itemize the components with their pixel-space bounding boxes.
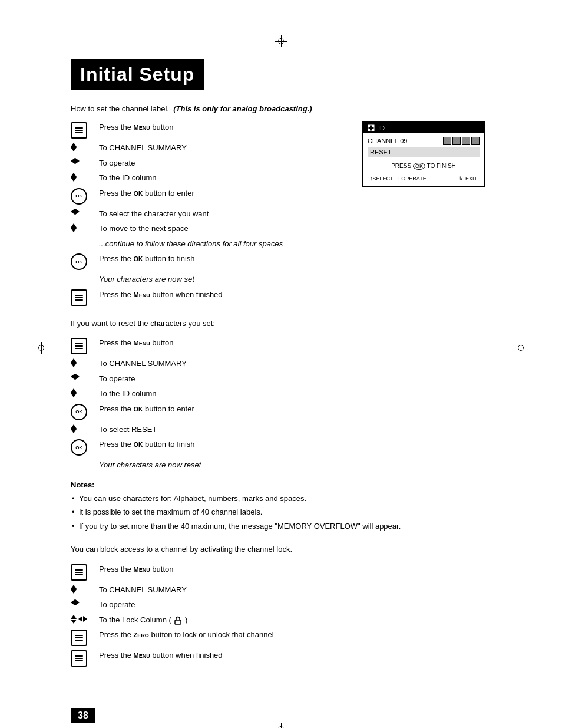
instr-row-6: To select the character you want	[71, 208, 348, 220]
menu-label-2: MENU	[134, 291, 150, 298]
s2-arrow-ud-3	[71, 424, 93, 433]
s2-instr-row-4: To the ID column	[71, 388, 491, 400]
s2-arrow-down-1	[71, 363, 77, 367]
s3-combined-arrows	[71, 614, 93, 624]
two-col-layout: Press the MENU button To CHANNEL SUMMARY	[71, 121, 491, 309]
instructions-col: Press the MENU button To CHANNEL SUMMARY	[71, 121, 348, 309]
tv-char-box-3	[462, 137, 470, 145]
instr-row-2: To CHANNEL SUMMARY	[71, 142, 348, 154]
tv-channel-name: CHANNEL 09	[368, 137, 441, 144]
main-content: Initial Setup How to set the channel lab…	[0, 0, 562, 728]
s2-instr-row-note: Your characters are now reset	[71, 459, 491, 471]
instr-row-5: OK Press the OK button to enter	[71, 187, 348, 205]
s2-arrows-ud-2	[71, 388, 77, 397]
section3-intro: You can block access to a channel by act…	[71, 543, 491, 555]
tv-channel-row: CHANNEL 09	[368, 137, 480, 145]
s3-arrow-up-1	[71, 585, 77, 589]
screen-header-text: ID	[378, 124, 385, 131]
crosshair-left	[35, 342, 47, 354]
s3-arrow-down-1	[71, 589, 77, 594]
page-num-container: 38	[71, 690, 491, 723]
arrow-ud-icon-1	[71, 142, 93, 151]
arrow-down-1	[71, 147, 77, 151]
instr-text-1: Press the MENU button	[99, 121, 348, 133]
continue-spacer	[71, 238, 93, 239]
s2-arrow-up-2	[71, 388, 77, 393]
svg-rect-3	[368, 129, 370, 131]
s3-instr-text-4: To the Lock Column ( )	[99, 614, 491, 626]
arrow-right-2	[75, 209, 80, 215]
instr-text-8: Press the OK button to finish	[99, 253, 348, 265]
s2-arrows-lr-1	[71, 374, 80, 380]
s2-arrows-ud-1	[71, 358, 77, 367]
notes-item-1: You can use characters for: Alphabet, nu…	[71, 493, 491, 505]
tv-char-box-1	[443, 137, 451, 145]
s3-arrow-down-2	[71, 620, 77, 624]
s2-arrow-ud-1	[71, 358, 93, 367]
arrow-left-1	[71, 158, 75, 164]
tv-reset-row: RESET	[368, 147, 480, 157]
section1-intro-italic: (This is only for analog broadcasting.)	[173, 104, 312, 113]
s3-arrow-right-2	[83, 616, 87, 622]
section1-intro: How to set the channel label. (This is o…	[71, 104, 491, 113]
s2-instr-text-3: To operate	[99, 373, 491, 385]
instr-row-8: OK Press the OK button to finish	[71, 253, 348, 270]
s2-ok-btn-1: OK	[71, 404, 87, 420]
ok-icon-1: OK	[71, 187, 93, 205]
note-spacer-1	[71, 274, 93, 274]
s3-instr-row-5: Press the ZERO button to lock or unlock …	[71, 629, 491, 646]
s3-instr-row-6: Press the MENU button when finished	[71, 650, 491, 667]
s2-arrows-ud-3	[71, 424, 77, 433]
arrow-ud-icon-2	[71, 172, 93, 182]
page-title: Initial Setup	[71, 59, 204, 90]
s3-instr-text-2: To CHANNEL SUMMARY	[99, 584, 491, 596]
instr-text-7: To move to the next space	[99, 223, 348, 235]
crosshair-top	[275, 35, 287, 47]
arrow-lr-icon-1	[71, 157, 93, 164]
lock-icon	[173, 615, 183, 625]
notes-item-3-text: If you try to set more than the 40 maxim…	[79, 522, 401, 531]
s2-menu-btn-1	[71, 338, 87, 354]
s2-instr-text-7: Press the OK button to finish	[99, 439, 491, 450]
instr-row-4: To the ID column	[71, 172, 348, 184]
ok-circle-screen: OK	[413, 163, 425, 170]
s3-menu-icon-2	[71, 650, 93, 667]
section3-intro-text: You can block access to a channel by act…	[71, 545, 292, 554]
s3-instr-row-4: To the Lock Column ( )	[71, 614, 491, 626]
ok-label-1: OK	[134, 190, 143, 197]
s3-arrows-lr-1	[71, 599, 80, 605]
s2-arrow-right-1	[75, 374, 80, 380]
instr-row-continue: ...continue to follow these directions f…	[71, 238, 348, 250]
arrows-lr-2	[71, 209, 80, 215]
section2-intro: If you want to reset the characters you …	[71, 318, 491, 330]
s2-arrow-up-1	[71, 358, 77, 363]
s3-menu-btn-2	[71, 650, 87, 667]
tv-char-box-2	[452, 137, 461, 145]
s2-instr-row-2: To CHANNEL SUMMARY	[71, 358, 491, 370]
s2-instr-text-4: To the ID column	[99, 388, 491, 400]
s2-arrow-left-1	[71, 374, 75, 380]
arrow-up-2	[71, 173, 77, 177]
notes-title: Notes:	[71, 480, 491, 489]
menu-icon-1	[71, 121, 93, 139]
tv-reset-label: RESET	[370, 149, 392, 156]
ok-btn-2: OK	[71, 253, 87, 270]
arrow-up-1	[71, 143, 77, 147]
s2-ok-btn-2: OK	[71, 439, 87, 456]
tv-screen-body: CHANNEL 09 RESET PRESS	[363, 133, 484, 186]
s2-ok-icon-1: OK	[71, 403, 93, 420]
s2-chars-reset-note: Your characters are now reset	[99, 459, 491, 471]
s3-arrow-up-2	[71, 615, 77, 619]
corner-tl	[71, 18, 71, 41]
corner-tr	[491, 18, 491, 41]
ok-icon-2: OK	[71, 253, 93, 270]
arrow-up-3	[71, 223, 77, 228]
s3-arrow-left-2	[78, 616, 82, 622]
notes-item-3: If you try to set more than the 40 maxim…	[71, 521, 491, 532]
s3-menu-label-1: MENU	[134, 566, 150, 573]
menu-btn-icon	[71, 122, 87, 139]
instr-row-7: To move to the next space	[71, 223, 348, 235]
s3-instr-text-3: To operate	[99, 599, 491, 611]
s2-instr-row-3: To operate	[71, 373, 491, 385]
tv-screen: ID CHANNEL 09	[362, 121, 485, 187]
